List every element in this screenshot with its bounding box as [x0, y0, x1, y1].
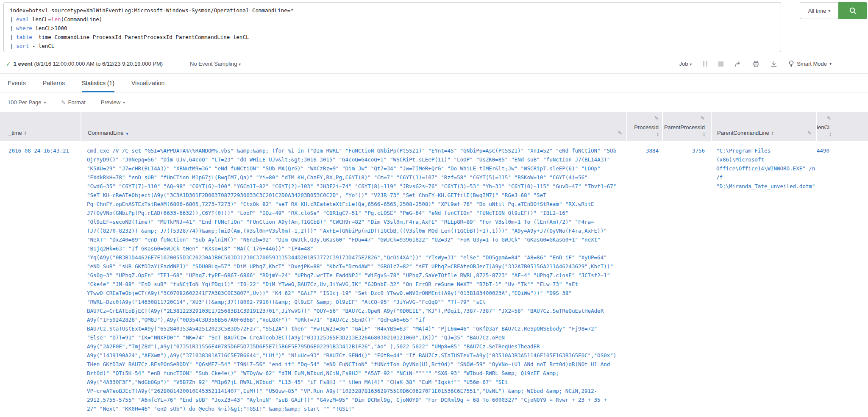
results-tabs: Events Patterns Statistics (1) Visualiza…: [0, 74, 868, 92]
pencil-icon[interactable]: ✎: [827, 115, 831, 121]
time-range-picker[interactable]: All time ▾: [800, 2, 838, 19]
tab-patterns[interactable]: Patterns: [43, 74, 65, 92]
stop-button[interactable]: [718, 61, 723, 67]
tab-statistics[interactable]: Statistics (1): [82, 74, 114, 92]
sort-icon: ▴▾: [703, 132, 705, 136]
event-time-range: (8/1/16 12:00:00.000 AM to 6/12/23 9:20:…: [34, 61, 163, 67]
cell-processid[interactable]: 3884: [626, 141, 662, 413]
cell-lencl[interactable]: 4490: [816, 141, 841, 413]
download-icon: [771, 61, 777, 67]
export-button[interactable]: [771, 61, 777, 67]
pencil-icon: ✎: [61, 100, 66, 106]
format-button[interactable]: ✎Format: [61, 99, 86, 106]
job-menu[interactable]: Job ▾: [679, 61, 692, 67]
sort-icon: ▴▾: [25, 131, 26, 135]
results-toolbar: 100 Per Page▾ ✎Format Preview▾: [0, 92, 868, 112]
tab-events[interactable]: Events: [8, 74, 26, 92]
pencil-icon[interactable]: ✎: [654, 115, 659, 121]
print-button[interactable]: [753, 61, 760, 67]
share-icon: [734, 61, 742, 67]
event-count: 1 event: [14, 61, 33, 67]
chevron-down-icon: ▾: [123, 100, 125, 105]
per-page-dropdown[interactable]: 100 Per Page▾: [8, 99, 46, 106]
query-line-3: | where lenCL>1000: [10, 24, 775, 33]
search-query-input[interactable]: index=botsv1 sourcetype=XmlWinEventLog:M…: [3, 2, 781, 52]
cell-time[interactable]: 2016-08-24 16:43:21: [0, 141, 81, 413]
table-row: 2016-08-24 16:43:21 cmd.exe /V /C set "G…: [0, 141, 868, 413]
cell-parentcommandline[interactable]: "C:\Program Files (x86)\Microsoft Office…: [711, 141, 816, 413]
chevron-down-icon: ▾: [44, 100, 46, 105]
search-button[interactable]: [838, 2, 867, 19]
query-line-1: index=botsv1 sourcetype=XmlWinEventLog:M…: [10, 7, 294, 14]
success-check-icon: ✓: [6, 61, 11, 67]
chevron-down-icon: ▾: [828, 8, 830, 13]
pencil-icon[interactable]: ✎: [701, 115, 705, 121]
cell-spacer: [841, 141, 868, 413]
preview-dropdown[interactable]: Preview▾: [101, 99, 125, 106]
column-header-parentcommandline[interactable]: ParentCommandLine▴▾ ✎: [711, 112, 816, 141]
sort-icon: ▴▾: [772, 131, 773, 135]
cell-commandline[interactable]: cmd.exe /V /C set "GSI=%APPDATA%\%RANDOM…: [81, 141, 626, 413]
column-header-parentprocessid[interactable]: ✎ ParentProcessId ▴▾: [662, 112, 711, 141]
column-header-lencl[interactable]: ✎ lenCL ▴▾: [816, 112, 841, 141]
chevron-down-icon: ▾: [690, 62, 692, 67]
query-line-4: | table _time CommandLine ProcessId Pare…: [10, 33, 775, 42]
sort-icon: ▴▾: [657, 132, 659, 136]
tab-visualization[interactable]: Visualization: [131, 74, 164, 92]
share-button[interactable]: [734, 61, 742, 67]
column-header-time[interactable]: _time▴▾: [0, 112, 81, 141]
pause-button[interactable]: [703, 61, 707, 67]
cell-parentprocessid[interactable]: 3756: [662, 141, 711, 413]
query-line-5: | sort - lenCL: [10, 42, 775, 50]
search-mode-selector[interactable]: Smart Mode ▾: [788, 60, 832, 67]
sort-icon: ▴▾: [829, 132, 831, 136]
event-sampling-dropdown[interactable]: No Event Sampling ▾: [190, 61, 241, 67]
pencil-icon[interactable]: ✎: [807, 130, 812, 136]
time-range-label: All time: [808, 8, 826, 14]
lightbulb-icon: [788, 60, 794, 67]
statistics-table-header: _time▴▾ CommandLine▾ ✎ ✎ ProcessId ▴▾ ✎ …: [0, 112, 868, 141]
column-header-processid[interactable]: ✎ ProcessId ▴▾: [626, 112, 662, 141]
search-icon: [849, 7, 857, 15]
chevron-down-icon: ▾: [829, 61, 832, 66]
job-status-bar: ✓ 1 event (8/1/16 12:00:00.000 AM to 6/1…: [0, 54, 868, 74]
column-header-commandline[interactable]: CommandLine▾ ✎: [81, 112, 626, 141]
chevron-down-icon: ▾: [239, 62, 241, 67]
column-header-spacer: [841, 112, 868, 141]
search-mode-label: Smart Mode: [797, 61, 827, 67]
pencil-icon[interactable]: ✎: [618, 130, 622, 136]
splunk-search-app: index=botsv1 sourcetype=XmlWinEventLog:M…: [0, 0, 868, 413]
print-icon: [753, 61, 760, 67]
search-bar-row: index=botsv1 sourcetype=XmlWinEventLog:M…: [0, 0, 868, 54]
query-line-2: | eval lenCL=len(CommandLine): [10, 15, 775, 24]
sort-desc-icon: ▾: [126, 131, 128, 136]
